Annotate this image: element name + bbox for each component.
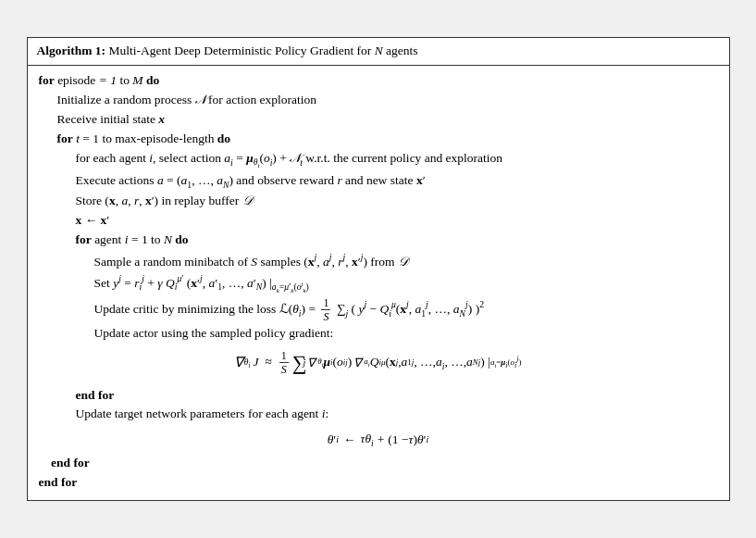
algorithm-title: Algorithm 1: [37, 44, 106, 57]
line-execute-actions: Execute actions a = (a1, …, aN) and obse… [39, 171, 718, 192]
algorithm-description: Multi-Agent Deep Deterministic Policy Gr… [109, 44, 418, 57]
algorithm-header: Algorithm 1: Multi-Agent Deep Determinis… [28, 38, 729, 66]
theta-equation: θ′i ← τθi + (1 − τ)θ′i [39, 430, 718, 450]
line-update-target: Update target network parameters for eac… [39, 405, 718, 424]
line-sample-minibatch: Sample a random minibatch of S samples (… [39, 250, 718, 271]
line-for-t: for t = 1 to max-episode-length do [39, 130, 718, 149]
line-end-for-inner: end for [39, 386, 718, 406]
line-for-episode: for episode = 1 to M do [39, 71, 718, 91]
line-receive-state: Receive initial state x [39, 110, 718, 130]
line-update-actor-label: Update actor using the sampled policy gr… [39, 324, 718, 344]
line-select-action: for each agent i, select action ai = μθi… [39, 149, 718, 171]
line-store-replay: Store (x, a, r, x′) in replay buffer 𝒟 [39, 192, 718, 211]
line-update-critic: Update critic by minimizing the loss ℒ(θ… [39, 296, 718, 324]
line-for-agent: for agent i = 1 to N do [39, 231, 718, 250]
line-x-update: x ← x′ [39, 211, 718, 231]
line-end-for-episode: end for [39, 473, 718, 493]
line-init-random: Initialize a random process 𝒩 for action… [39, 91, 718, 110]
nabla-equation: ∇θi J ≈ 1 S ∑ j ∇θi μi(oij) ∇ai Qiμ (xj,… [39, 349, 718, 377]
algorithm-body: for episode = 1 to M do Initialize a ran… [28, 66, 729, 500]
algorithm-container: Algorithm 1: Multi-Agent Deep Determinis… [27, 37, 730, 501]
line-set-y: Set yj = rij + γ Qiμ′ (x′j, a′1, …, a′N)… [39, 271, 718, 296]
line-end-for-t: end for [39, 454, 718, 473]
